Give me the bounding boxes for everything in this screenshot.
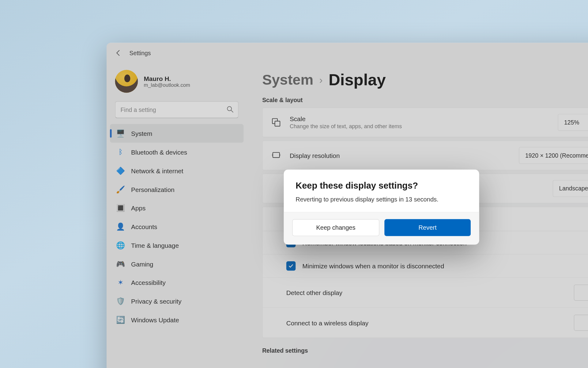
dialog-title: Keep these display settings? xyxy=(296,181,467,191)
settings-window: Settings Mauro H. m_lab@outlook.com 🖥️Sy… xyxy=(107,43,588,368)
keep-changes-button[interactable]: Keep changes xyxy=(292,219,379,236)
revert-button[interactable]: Revert xyxy=(384,219,471,236)
keep-settings-dialog: Keep these display settings? Reverting t… xyxy=(284,170,479,244)
dialog-message: Reverting to previous display settings i… xyxy=(296,196,467,202)
